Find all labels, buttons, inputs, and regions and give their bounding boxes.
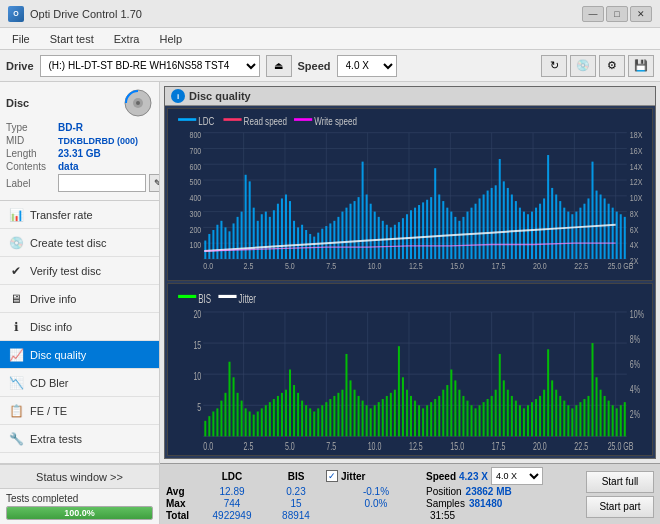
settings-button[interactable]: ⚙ (599, 55, 625, 77)
svg-text:200: 200 (190, 225, 202, 235)
sidebar-item-create-test-disc[interactable]: 💿 Create test disc (0, 229, 159, 257)
svg-rect-297 (587, 396, 589, 436)
svg-text:2.5: 2.5 (244, 441, 254, 453)
svg-rect-138 (531, 212, 533, 259)
svg-rect-268 (471, 405, 473, 436)
svg-text:Read speed: Read speed (244, 116, 287, 127)
status-window-button[interactable]: Status window >> (0, 464, 159, 488)
svg-rect-115 (438, 195, 440, 259)
eject-button[interactable]: ⏏ (266, 55, 292, 77)
svg-text:18X: 18X (630, 130, 643, 140)
svg-text:Write speed: Write speed (314, 116, 357, 127)
svg-rect-222 (285, 390, 287, 437)
menu-file[interactable]: File (4, 31, 38, 47)
sidebar-item-verify-test-disc[interactable]: ✔ Verify test disc (0, 257, 159, 285)
minimize-button[interactable]: — (582, 6, 604, 22)
sidebar-item-transfer-rate[interactable]: 📊 Transfer rate (0, 201, 159, 229)
menu-start-test[interactable]: Start test (42, 31, 102, 47)
svg-text:800: 800 (190, 130, 202, 140)
svg-text:BIS: BIS (198, 292, 211, 305)
avg-label: Avg (166, 486, 198, 497)
sidebar-item-disc-quality[interactable]: 📈 Disc quality (0, 341, 159, 369)
type-label: Type (6, 122, 58, 133)
menu-extra[interactable]: Extra (106, 31, 148, 47)
svg-rect-289 (555, 390, 557, 437)
sidebar-item-disc-info[interactable]: ℹ Disc info (0, 313, 159, 341)
svg-rect-125 (479, 198, 481, 259)
svg-text:15.0: 15.0 (450, 262, 464, 272)
svg-rect-207 (224, 393, 226, 437)
svg-text:22.5: 22.5 (574, 441, 588, 453)
svg-rect-296 (583, 399, 585, 436)
svg-rect-303 (612, 405, 614, 436)
sidebar-item-cd-bler[interactable]: 📉 CD Bler (0, 369, 159, 397)
sidebar-item-extra-tests[interactable]: 🔧 Extra tests (0, 425, 159, 453)
refresh-button[interactable]: ↻ (541, 55, 567, 77)
svg-rect-269 (475, 408, 477, 436)
disc-info-label: Disc info (30, 321, 72, 333)
content-area: i Disc quality LDC Read (160, 82, 660, 524)
status-section: Status window >> Tests completed 100.0% (0, 463, 159, 524)
svg-text:8%: 8% (630, 334, 640, 346)
speed-label: Speed (298, 60, 331, 72)
drive-selector[interactable]: (H:) HL-DT-ST BD-RE WH16NS58 TST4 (40, 55, 260, 77)
jitter-checkbox[interactable]: ✓ (326, 470, 338, 482)
svg-rect-236 (341, 390, 343, 437)
svg-rect-133 (511, 195, 513, 259)
position-val: 23862 MB (466, 486, 512, 497)
disc-label-input[interactable] (58, 174, 146, 192)
svg-rect-147 (567, 212, 569, 259)
svg-rect-239 (354, 390, 356, 437)
total-ldc: 4922949 (198, 510, 266, 521)
sidebar-item-fe-te[interactable]: 📋 FE / TE (0, 397, 159, 425)
create-test-icon: 💿 (8, 235, 24, 251)
svg-rect-113 (430, 197, 432, 259)
svg-rect-298 (592, 343, 594, 436)
speed-selector[interactable]: 4.0 X (337, 55, 397, 77)
svg-rect-124 (475, 204, 477, 259)
svg-text:12X: 12X (630, 177, 643, 187)
svg-text:22.5: 22.5 (574, 262, 588, 272)
disc-type-row: Type BD-R (6, 122, 153, 133)
svg-rect-216 (261, 408, 263, 436)
maximize-button[interactable]: □ (606, 6, 628, 22)
svg-rect-279 (515, 401, 517, 437)
disc-contents-row: Contents data (6, 161, 153, 172)
chart2-svg: BIS Jitter (168, 284, 652, 455)
svg-rect-121 (462, 217, 464, 259)
svg-rect-117 (446, 208, 448, 259)
svg-rect-157 (608, 204, 610, 259)
disc-info-header: Disc (6, 88, 153, 118)
svg-text:LDC: LDC (198, 116, 214, 127)
start-part-button[interactable]: Start part (586, 496, 654, 518)
stats-total-row: Total 4922949 88914 31:55 (166, 510, 578, 521)
start-full-button[interactable]: Start full (586, 471, 654, 493)
svg-rect-234 (333, 396, 335, 436)
svg-rect-139 (535, 208, 537, 259)
svg-rect-135 (519, 208, 521, 259)
svg-rect-149 (575, 212, 577, 259)
close-button[interactable]: ✕ (630, 6, 652, 22)
disc-button[interactable]: 💿 (570, 55, 596, 77)
total-label: Total (166, 510, 198, 521)
drive-info-icon: 🖥 (8, 291, 24, 307)
svg-rect-242 (366, 405, 368, 436)
save-button[interactable]: 💾 (628, 55, 654, 77)
menu-help[interactable]: Help (151, 31, 190, 47)
sidebar-item-drive-info[interactable]: 🖥 Drive info (0, 285, 159, 313)
svg-rect-66 (241, 212, 243, 259)
quality-title: Disc quality (189, 90, 251, 102)
svg-rect-94 (354, 201, 356, 259)
svg-rect-83 (309, 234, 311, 259)
svg-rect-137 (527, 214, 529, 259)
label-edit-button[interactable]: ✎ (149, 174, 160, 192)
length-value: 23.31 GB (58, 148, 101, 159)
progress-bar-container: 100.0% (6, 506, 153, 520)
chart1-svg: LDC Read speed Write speed (168, 109, 652, 280)
svg-rect-111 (422, 202, 424, 259)
svg-text:5: 5 (197, 402, 201, 414)
svg-rect-128 (491, 188, 493, 259)
disc-section-title: Disc (6, 97, 29, 109)
speed-stat-select[interactable]: 4.0 X (491, 467, 543, 485)
drive-info-label: Drive info (30, 293, 76, 305)
